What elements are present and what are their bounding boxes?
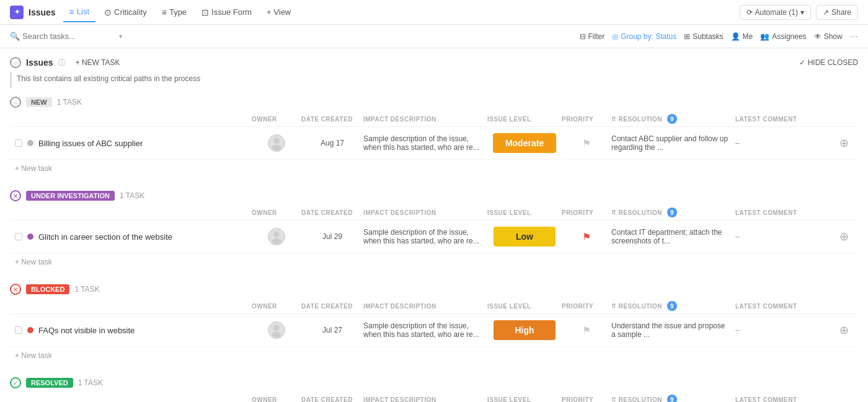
drag-icon: ⠿ [611,396,616,403]
task-name[interactable]: FAQs not visible in website [38,326,135,335]
col-resolution: ⠿ RESOLUTION 9 [611,301,735,311]
impact-cell: Sample description of the issue, when th… [363,228,487,245]
add-row-button[interactable]: ⊕ [835,136,853,150]
share-button[interactable]: ↗ Share [816,5,858,20]
col-date: DATE CREATED [301,396,363,403]
show-button[interactable]: 👁 Show [814,32,843,41]
section-header-new: ○NEW1 TASK [10,93,858,111]
new-task-row: + New task [10,253,858,270]
date-cell: Jul 29 [301,232,363,241]
more-options-button[interactable]: ··· [850,31,858,42]
col-issue-level: ISSUE LEVEL [487,303,562,310]
impact-cell: Sample description of the issue, when th… [363,321,487,339]
filter-button[interactable]: ⊟ Filter [580,32,605,41]
task-name[interactable]: Glitch in career section of the website [38,232,172,242]
section-task-count-new: 1 TASK [57,98,82,107]
tab-issue-form[interactable]: ⊡ Issue Form [195,2,258,22]
add-row-button[interactable]: ⊕ [835,323,853,337]
issue-form-icon: ⊡ [202,7,209,17]
impact-cell: Sample description of the issue, when th… [363,134,487,152]
section-collapse-under-investigation[interactable]: ✕ [10,190,21,201]
me-icon: 👤 [731,32,740,41]
automate-button[interactable]: ⟳ Automate (1) ▾ [740,5,811,20]
assignees-icon: 👥 [760,32,769,41]
section-resolved: ✓RESOLVED1 TASK OWNER DATE CREATED IMPAC… [10,374,858,402]
svg-point-0 [273,138,279,144]
tab-add-view-label: + View [267,7,291,17]
owner-cell [252,134,301,152]
section-task-count-resolved: 1 TASK [78,378,103,387]
list-icon: ≡ [69,7,74,17]
search-chevron-icon[interactable]: ▾ [119,33,122,40]
info-icon[interactable]: ⓘ [58,58,66,68]
me-label: Me [743,32,753,41]
group-by-button[interactable]: ◎ Group by: Status [612,32,676,41]
assignees-button[interactable]: 👥 Assignees [760,32,806,41]
tab-criticality[interactable]: ⊙ Criticality [98,2,153,22]
date-cell: Aug 17 [301,139,363,147]
task-name-cell: FAQs not visible in website [15,326,252,335]
resolution-cell: Contact IT department; attach the screen… [611,228,735,245]
section-header-resolved: ✓RESOLVED1 TASK [10,374,858,392]
assignees-label: Assignees [772,32,806,41]
avatar [268,134,285,152]
section-collapse-resolved[interactable]: ✓ [10,377,21,388]
issue-level-badge: Low [494,227,556,247]
section-badge-new: NEW [26,97,52,107]
task-name-cell: Billing issues of ABC supplier [15,139,252,148]
issues-collapse-button[interactable]: ○ [10,57,21,68]
me-button[interactable]: 👤 Me [731,32,753,41]
col-priority: PRIORITY [562,116,611,123]
task-status-dot [27,327,33,333]
group-by-icon: ◎ [612,32,618,41]
col-comment: LATEST COMMENT [735,209,835,216]
section-under-investigation: ✕UNDER INVESTIGATION1 TASK OWNER DATE CR… [10,186,858,270]
resolution-badge: 9 [667,208,677,217]
priority-flag[interactable]: ⚑ [582,138,591,149]
task-checkbox[interactable] [15,139,22,147]
table-row: Glitch in career section of the website … [10,221,858,253]
date-cell: Jul 27 [301,326,363,334]
new-task-link[interactable]: + New task [15,164,52,173]
comment-cell: – [735,139,835,147]
show-label: Show [824,32,843,41]
col-resolution: ⠿ RESOLUTION 9 [611,114,735,124]
priority-flag[interactable]: ⚑ [582,325,591,336]
search-right: ⊟ Filter ◎ Group by: Status ⊞ Subtasks 👤… [580,31,859,42]
resolution-badge: 9 [667,395,677,402]
automate-icon: ⟳ [746,8,753,17]
new-task-link[interactable]: + New task [15,351,52,360]
subtasks-button[interactable]: ⊞ Subtasks [684,32,723,41]
share-icon: ↗ [823,8,829,17]
search-input[interactable] [22,32,115,41]
task-name[interactable]: Billing issues of ABC supplier [38,139,143,148]
section-collapse-new[interactable]: ○ [10,97,21,108]
hide-closed-button[interactable]: ✓ HIDE CLOSED [799,58,858,67]
avatar [268,228,285,245]
priority-flag[interactable]: ⚑ [582,231,591,243]
new-task-link[interactable]: + New task [15,258,52,266]
tab-list[interactable]: ≡ List [63,2,95,22]
task-name-cell: Glitch in career section of the website [15,232,252,242]
tab-add-view[interactable]: + View [260,2,297,22]
task-checkbox[interactable] [15,326,22,334]
col-owner: OWNER [252,116,301,123]
new-task-header-button[interactable]: + NEW TASK [71,57,125,68]
col-owner: OWNER [252,396,301,403]
task-checkbox[interactable] [15,233,22,240]
section-collapse-blocked[interactable]: ✕ [10,284,21,295]
col-comment: LATEST COMMENT [735,303,835,310]
col-resolution: ⠿ RESOLUTION 9 [611,395,735,402]
type-icon: ≡ [162,7,167,17]
col-date: DATE CREATED [301,303,363,310]
project-name: Issues [29,7,56,17]
tab-type[interactable]: ≡ Type [156,2,193,22]
share-label: Share [831,8,851,17]
filter-label: Filter [588,32,605,41]
add-row-button[interactable]: ⊕ [835,230,853,243]
issues-description: This list contains all existing critical… [10,72,858,88]
svg-point-3 [272,238,281,244]
section-badge-resolved: RESOLVED [26,378,73,388]
section-header-blocked: ✕BLOCKED1 TASK [10,280,858,299]
svg-point-4 [273,325,279,331]
